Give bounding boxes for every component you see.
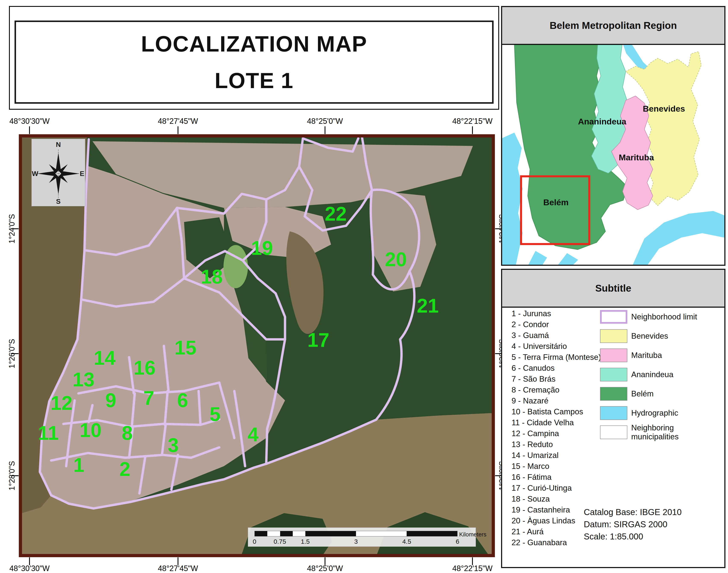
- map-number-18: 18: [201, 266, 223, 288]
- legend-item-2: 2 - Condor: [511, 319, 601, 330]
- legend-swatch-4: [600, 368, 627, 381]
- legend-swatches: Neighborhood limitBenevidesMaritubaAnani…: [600, 307, 724, 442]
- title-box: LOCALIZATION MAP LOTE 1: [9, 6, 499, 110]
- inset-label-ananindeua: Ananindeua: [578, 117, 626, 126]
- lon-label-bottom: 48°22'15"W: [452, 564, 493, 573]
- map-number-11: 11: [38, 422, 59, 444]
- legend-swatch-row: Ananindeua: [600, 365, 724, 384]
- legend-note-2: Datum: SIRGAS 2000: [584, 518, 682, 530]
- legend-item-15: 15 - Marco: [511, 461, 601, 472]
- lat-tick-left: [11, 228, 18, 229]
- legend-swatch-row: Benevides: [600, 326, 724, 346]
- lon-tick-bottom: [178, 557, 178, 565]
- scale-bar-segment: [305, 531, 356, 536]
- legend-item-18: 18 - Souza: [511, 493, 601, 504]
- scale-bar-segment: [255, 531, 267, 536]
- lat-tick-left: [11, 353, 18, 354]
- legend-panel: Subtitle 1 - Jurunas2 - Condor3 - Guamá4…: [501, 269, 725, 568]
- lon-label-top: 48°27'45"W: [158, 117, 198, 126]
- legend-item-14: 14 - Umarizal: [511, 450, 601, 461]
- legend-swatch-label: Neighborhood limit: [631, 312, 712, 321]
- lon-label-bottom: 48°30'30"W: [9, 564, 50, 573]
- compass-w: W: [32, 170, 38, 178]
- lon-tick-bottom: [472, 557, 473, 565]
- legend-swatch-label: Hydrographic: [631, 409, 712, 418]
- scale-bar-segment: [267, 531, 280, 536]
- compass-s: S: [56, 198, 60, 205]
- map-number-19: 19: [251, 237, 273, 259]
- lon-label-bottom: 48°25'0"W: [307, 564, 343, 573]
- legend-swatch-3: [600, 349, 627, 362]
- compass-e: E: [80, 170, 84, 178]
- map-number-4: 4: [248, 423, 259, 446]
- scale-bar-unit: Kilometers: [459, 531, 487, 538]
- lon-tick-top: [178, 126, 178, 134]
- legend-notes: Catalog Base: IBGE 2010Datum: SIRGAS 200…: [584, 506, 682, 543]
- inset-label-benevides: Benevides: [643, 104, 685, 113]
- satellite-map: 12345678910111213141516171819202122: [22, 138, 492, 554]
- page-title: LOCALIZATION MAP: [141, 31, 367, 57]
- inset-panel: Belem Metropolitan Region: [501, 6, 725, 266]
- scale-bar-tick-label: 0.75: [274, 538, 286, 545]
- lon-tick-top: [29, 126, 30, 134]
- page-subtitle-lote: LOTE 1: [215, 68, 293, 93]
- legend-swatch-2: [600, 329, 627, 343]
- map-number-5: 5: [210, 403, 221, 425]
- legend-content: 1 - Jurunas2 - Condor3 - Guamá4 - Univer…: [502, 308, 724, 567]
- compass-n: N: [56, 141, 61, 149]
- scale-bar-segment: [407, 531, 457, 536]
- map-number-1: 1: [73, 454, 84, 476]
- legend-swatch-label: Ananindeua: [631, 370, 712, 379]
- legend-swatch-1: [600, 310, 627, 324]
- lon-tick-bottom: [325, 557, 325, 565]
- legend-swatch-7: [600, 425, 627, 439]
- map-number-21: 21: [417, 295, 439, 317]
- legend-item-17: 17 - Curió-Utinga: [511, 482, 601, 493]
- legend-swatch-row: Belém: [600, 384, 724, 404]
- scale-bar-segment: [280, 531, 293, 536]
- legend-note-3: Scale: 1:85.000: [584, 530, 682, 543]
- legend-item-1: 1 - Jurunas: [511, 308, 601, 319]
- scale-bar-tick-label: 1.5: [301, 538, 310, 545]
- legend-item-4: 4 - Universitário: [511, 341, 601, 352]
- map-number-14: 14: [94, 347, 116, 369]
- legend-note-1: Catalog Base: IBGE 2010: [584, 506, 682, 518]
- inset-map-area: AnanindeuaBenevidesMaritubaBelém: [502, 45, 724, 265]
- map-number-6: 6: [177, 389, 188, 411]
- map-number-3: 3: [168, 434, 179, 456]
- scale-bar-tick-label: 6: [456, 538, 459, 545]
- map-number-10: 10: [80, 419, 102, 441]
- legend-item-11: 11 - Cidade Velha: [511, 417, 601, 428]
- legend-swatch-5: [600, 387, 627, 401]
- map-number-2: 2: [119, 458, 130, 480]
- lon-tick-bottom: [29, 557, 30, 565]
- lon-tick-top: [472, 126, 473, 134]
- main-map-block: 48°30'30"W48°30'30"W48°27'45"W48°27'45"W…: [19, 134, 495, 557]
- legend-item-8: 8 - Cremação: [511, 384, 601, 395]
- lat-tick-left: [11, 475, 18, 476]
- legend-swatch-label: Benevides: [631, 331, 712, 341]
- scale-bar-tick-label: 3: [354, 538, 358, 545]
- main-map-frame: 12345678910111213141516171819202122: [19, 134, 495, 557]
- legend-item-6: 6 - Canudos: [511, 363, 601, 373]
- scale-bar-segments: [255, 531, 457, 536]
- map-number-16: 16: [133, 357, 156, 379]
- lon-tick-top: [325, 126, 325, 134]
- map-number-12: 12: [50, 392, 72, 414]
- legend-swatch-label: Marituba: [631, 351, 712, 360]
- inset-label-belém: Belém: [543, 198, 569, 207]
- scale-bar-tick-label: 0: [253, 538, 257, 545]
- map-number-9: 9: [105, 389, 116, 411]
- legend-swatch-row: Marituba: [600, 346, 724, 365]
- compass-rose: N S W E: [32, 139, 85, 206]
- legend-item-12: 12 - Campina: [511, 428, 601, 439]
- inset-label-marituba: Marituba: [619, 153, 654, 162]
- legend-item-3: 3 - Guamá: [511, 330, 601, 341]
- map-number-20: 20: [385, 248, 407, 270]
- map-number-22: 22: [325, 203, 347, 225]
- lon-label-bottom: 48°27'45"W: [158, 564, 198, 573]
- lon-label-top: 48°30'30"W: [9, 117, 50, 126]
- lon-label-top: 48°22'15"W: [452, 117, 493, 126]
- legend-item-9: 9 - Nazaré: [511, 395, 601, 406]
- legend-swatch-row: Neighborhood limit: [600, 307, 724, 326]
